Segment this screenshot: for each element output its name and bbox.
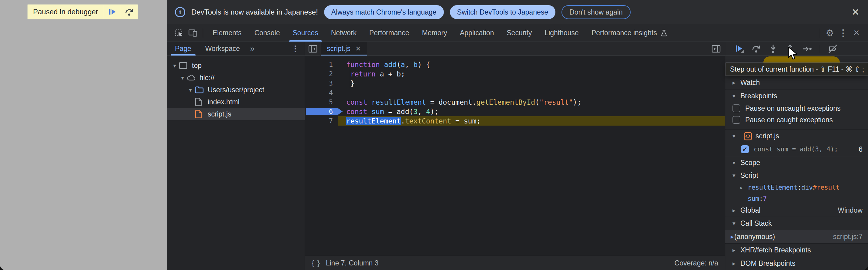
infobar-close-icon[interactable]: ✕ bbox=[851, 7, 860, 17]
line-number[interactable]: 4 bbox=[305, 89, 338, 96]
devtools-window: i DevTools is now available in Japanese!… bbox=[167, 0, 868, 270]
xhr-breakpoints-section-header[interactable]: ▸ XHR/fetch Breakpoints bbox=[725, 243, 868, 257]
toggle-debugger-sidebar-icon[interactable] bbox=[707, 44, 725, 53]
code-token: textContent bbox=[405, 117, 451, 125]
tree-item-top[interactable]: ▾ top bbox=[167, 59, 305, 71]
scope-global-group[interactable]: ▸ Global Window bbox=[725, 204, 868, 217]
tree-item-project-folder[interactable]: ▾ Users/user/project bbox=[167, 84, 305, 96]
code-line[interactable]: 3 } bbox=[305, 79, 725, 88]
devtools-screenshot: Paused in debugger i DevTools is now ava… bbox=[0, 0, 868, 270]
tab-memory[interactable]: Memory bbox=[416, 24, 454, 41]
tab-elements[interactable]: Elements bbox=[206, 24, 248, 41]
tab-performance[interactable]: Performance bbox=[363, 24, 416, 41]
settings-gear-icon[interactable]: ⚙ bbox=[823, 28, 836, 38]
tree-item-index-html[interactable]: index.html bbox=[167, 96, 305, 108]
breakpoint-file-group[interactable]: ▾ script.js bbox=[725, 129, 868, 143]
navigator-menu-icon[interactable]: ⋮ bbox=[286, 44, 305, 53]
scope-separator: : bbox=[797, 184, 801, 191]
more-options-icon[interactable]: ⋮ bbox=[836, 28, 850, 38]
line-number[interactable]: 5 bbox=[305, 98, 338, 106]
dom-breakpoints-section-header[interactable]: ▸ DOM Breakpoints bbox=[725, 257, 868, 270]
scope-value-number: 7 bbox=[763, 195, 767, 202]
line-number[interactable]: 1 bbox=[305, 61, 338, 68]
code-editor[interactable]: 1function add(a, b) {2 return a + b;3 }4… bbox=[305, 56, 725, 256]
expand-arrow-icon[interactable]: ▾ bbox=[171, 62, 179, 69]
scope-script-group[interactable]: ▾ Script bbox=[725, 169, 868, 181]
resume-button[interactable] bbox=[734, 44, 744, 54]
breakpoint-checkbox[interactable] bbox=[741, 145, 749, 153]
code-text: const sum = add(3, 4); bbox=[338, 108, 439, 116]
call-stack-section-header[interactable]: ▾ Call Stack bbox=[725, 217, 868, 230]
code-line[interactable]: 1function add(a, b) { bbox=[305, 60, 725, 69]
watch-section-header[interactable]: ▸ Watch bbox=[725, 76, 868, 89]
resume-script-button[interactable] bbox=[104, 5, 121, 19]
paused-banner-text: Paused in debugger bbox=[28, 5, 104, 19]
tab-lighthouse[interactable]: Lighthouse bbox=[538, 24, 585, 41]
step-out-button[interactable] bbox=[785, 44, 795, 54]
step-over-banner-button[interactable] bbox=[121, 5, 137, 19]
line-number[interactable]: 2 bbox=[305, 70, 338, 78]
expand-arrow-icon[interactable]: ▾ bbox=[179, 74, 186, 81]
tree-item-label: top bbox=[192, 62, 202, 70]
tab-performance-insights[interactable]: Performance insights bbox=[585, 24, 674, 41]
navigator-overflow-chevron[interactable]: » bbox=[246, 44, 258, 53]
expanded-arrow-icon: ▾ bbox=[733, 132, 740, 140]
collapse-navigator-icon[interactable] bbox=[305, 44, 321, 53]
folder-icon bbox=[194, 85, 204, 94]
inspect-element-icon[interactable] bbox=[174, 28, 184, 38]
code-line[interactable]: 7resultElement.textContent = sum; bbox=[305, 116, 725, 126]
code-token: , bbox=[417, 108, 426, 116]
tree-item-label: index.html bbox=[208, 98, 240, 106]
scope-var-resultelement[interactable]: ▸ resultElement: div#result bbox=[725, 181, 868, 193]
device-toolbar-icon[interactable] bbox=[188, 28, 198, 38]
scope-value-id: #result bbox=[813, 184, 840, 191]
step-button[interactable] bbox=[802, 44, 812, 54]
deactivate-breakpoints-button[interactable] bbox=[828, 44, 838, 54]
tab-application[interactable]: Application bbox=[454, 24, 500, 41]
pause-caught-row[interactable]: Pause on caught exceptions bbox=[725, 114, 868, 126]
dont-show-again-button[interactable]: Don't show again bbox=[561, 5, 630, 19]
editor-tab-script-js[interactable]: script.js ✕ bbox=[321, 42, 367, 56]
line-number[interactable]: 7 bbox=[305, 117, 338, 125]
pause-caught-checkbox[interactable] bbox=[733, 116, 740, 124]
frame-icon bbox=[179, 61, 188, 70]
debugger-toolbar bbox=[725, 42, 868, 56]
editor-tab-close-icon[interactable]: ✕ bbox=[355, 45, 361, 53]
tree-item-file-protocol[interactable]: ▾ file:// bbox=[167, 71, 305, 84]
switch-to-japanese-button[interactable]: Switch DevTools to Japanese bbox=[450, 5, 555, 19]
expand-arrow-icon[interactable]: ▾ bbox=[186, 86, 194, 93]
tree-item-label: file:// bbox=[200, 74, 215, 82]
step-over-button[interactable] bbox=[751, 44, 761, 54]
tree-item-script-js[interactable]: script.js bbox=[167, 108, 305, 120]
close-devtools-icon[interactable]: ✕ bbox=[850, 28, 863, 38]
pause-uncaught-row[interactable]: Pause on uncaught exceptions bbox=[725, 102, 868, 114]
tab-network[interactable]: Network bbox=[325, 24, 363, 41]
scope-var-sum[interactable]: sum: 7 bbox=[725, 193, 868, 204]
sources-panel: Page Workspace » ⋮ ▾ top ▾ bbox=[167, 42, 868, 270]
tab-sources[interactable]: Sources bbox=[286, 24, 324, 41]
navigator-tab-page[interactable]: Page bbox=[169, 42, 197, 56]
navigator-pane: Page Workspace » ⋮ ▾ top ▾ bbox=[167, 42, 305, 270]
scope-section-header[interactable]: ▾ Scope bbox=[725, 156, 868, 169]
pretty-print-icon[interactable]: { } bbox=[312, 259, 320, 267]
pause-uncaught-checkbox[interactable] bbox=[733, 104, 740, 112]
code-token: sum bbox=[371, 108, 384, 116]
code-token bbox=[367, 108, 371, 116]
navigator-tab-workspace[interactable]: Workspace bbox=[199, 42, 246, 56]
code-line[interactable]: 4 bbox=[305, 88, 725, 97]
code-line[interactable]: 2 return a + b; bbox=[305, 69, 725, 79]
call-stack-frame[interactable]: ▸ (anonymous) script.js:7 bbox=[725, 230, 868, 243]
code-line[interactable]: 6const sum = add(3, 4); bbox=[305, 107, 725, 116]
breakpoint-marker[interactable]: 6 bbox=[305, 108, 338, 115]
line-number[interactable]: 3 bbox=[305, 80, 338, 87]
code-token bbox=[346, 70, 350, 78]
code-line[interactable]: 5const resultElement = document.getEleme… bbox=[305, 97, 725, 107]
tab-console[interactable]: Console bbox=[248, 24, 286, 41]
toolbar-divider bbox=[203, 29, 203, 38]
tab-security[interactable]: Security bbox=[500, 24, 538, 41]
code-text: const resultElement = document.getElemen… bbox=[338, 98, 582, 106]
step-into-button[interactable] bbox=[768, 44, 778, 54]
breakpoint-entry[interactable]: const sum = add(3, 4); 6 bbox=[725, 143, 868, 156]
match-chrome-language-button[interactable]: Always match Chrome's language bbox=[324, 5, 444, 19]
breakpoints-section-header[interactable]: ▾ Breakpoints bbox=[725, 89, 868, 102]
